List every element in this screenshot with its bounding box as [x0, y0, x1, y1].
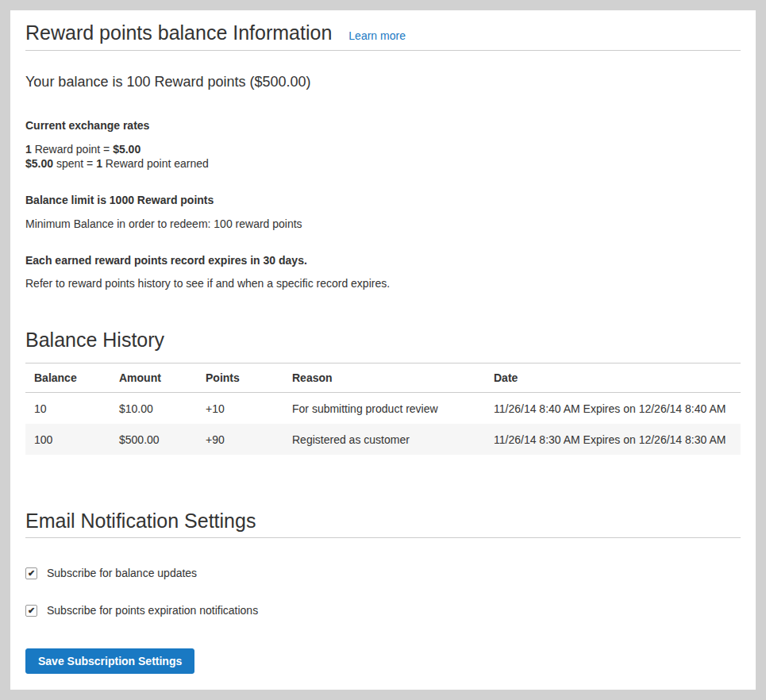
header-divider: [25, 50, 741, 51]
cell-amount: $10.00: [110, 393, 197, 425]
exchange-rates-heading: Current exchange rates: [25, 118, 741, 133]
balance-updates-option: ✔ Subscribe for balance updates: [25, 566, 741, 580]
points-expiration-checkbox[interactable]: ✔: [25, 605, 37, 617]
balance-history-heading: Balance History: [25, 327, 741, 353]
cell-points: +10: [197, 393, 283, 425]
expiration-notice: Each earned reward points record expires…: [25, 253, 741, 267]
balance-updates-label[interactable]: Subscribe for balance updates: [47, 566, 197, 580]
column-header-balance: Balance: [25, 363, 110, 393]
min-redeem-text: Minimum Balance in order to redeem: 100 …: [25, 217, 741, 231]
reward-points-page: Reward points balance Information Learn …: [10, 10, 756, 690]
cell-balance: 100: [25, 424, 110, 455]
expiration-hint: Refer to reward points history to see if…: [25, 276, 741, 290]
cell-date: 11/26/14 8:40 AM Expires on 12/26/14 8:4…: [485, 393, 741, 425]
column-header-amount: Amount: [110, 363, 197, 393]
column-header-reason: Reason: [283, 363, 485, 393]
column-header-date: Date: [485, 363, 741, 393]
table-row: 10 $10.00 +10 For submitting product rev…: [25, 393, 741, 425]
balance-updates-checkbox[interactable]: ✔: [25, 567, 37, 579]
page-title: Reward points balance Information: [25, 20, 332, 46]
balance-limit-text: Balance limit is 1000 Reward points: [25, 193, 741, 207]
table-row: 100 $500.00 +90 Registered as customer 1…: [25, 424, 741, 455]
rate-line-currency-to-points: $5.00 spent = 1 Reward point earned: [25, 157, 209, 170]
cell-date: 11/26/14 8:30 AM Expires on 12/26/14 8:3…: [485, 424, 741, 455]
balance-history-table: Balance Amount Points Reason Date 10 $10…: [25, 363, 741, 455]
cell-points: +90: [197, 424, 283, 455]
checkmark-icon: ✔: [28, 606, 35, 615]
exchange-rates-lines: 1 Reward point = $5.00 $5.00 spent = 1 R…: [25, 142, 741, 171]
cell-balance: 10: [25, 393, 110, 425]
save-subscription-settings-button[interactable]: Save Subscription Settings: [25, 648, 194, 674]
balance-summary: Your balance is 100 Reward points ($500.…: [25, 73, 741, 90]
email-settings-heading: Email Notification Settings: [25, 508, 741, 534]
column-header-points: Points: [197, 363, 283, 393]
cell-reason: For submitting product review: [283, 393, 485, 425]
cell-amount: $500.00: [110, 424, 197, 455]
page-header: Reward points balance Information Learn …: [25, 20, 741, 46]
points-expiration-option: ✔ Subscribe for points expiration notifi…: [25, 603, 741, 617]
learn-more-link[interactable]: Learn more: [348, 29, 406, 42]
rate-line-points-to-currency: 1 Reward point = $5.00: [25, 143, 140, 156]
cell-reason: Registered as customer: [283, 424, 485, 455]
points-expiration-label[interactable]: Subscribe for points expiration notifica…: [47, 603, 258, 617]
table-header-row: Balance Amount Points Reason Date: [25, 363, 741, 393]
checkmark-icon: ✔: [28, 569, 35, 578]
email-settings-divider: [25, 537, 741, 538]
